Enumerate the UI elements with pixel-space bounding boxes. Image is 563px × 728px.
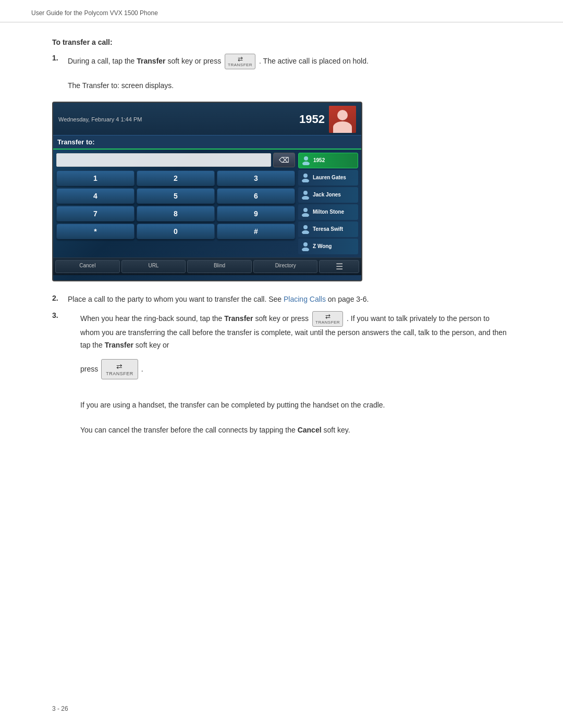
keypad-grid: 1 2 3 4 5 6 7 8 9 * 0 # [56, 170, 295, 239]
transfer-key-inline-1: ⇄ TRANSFER [225, 54, 255, 69]
page-header: User Guide for the Polycom VVX 1500 Phon… [0, 0, 563, 22]
input-row: ⌫ [56, 153, 295, 167]
header-title: User Guide for the Polycom VVX 1500 Phon… [31, 9, 158, 17]
step2-link-suffix: on page 3-6. [326, 295, 369, 303]
key-3[interactable]: 3 [217, 170, 295, 186]
softkey-menu-icon[interactable]: ☰ [319, 260, 359, 273]
svg-point-10 [303, 242, 308, 246]
softkey-cancel[interactable]: Cancel [55, 260, 120, 273]
step2-text: Place a call to the party to whom you wa… [68, 295, 282, 303]
key-0[interactable]: 0 [137, 224, 215, 239]
contact-icon-lauren [300, 172, 311, 183]
backspace-icon: ⌫ [279, 156, 289, 164]
step3-para3-container: You can cancel the transfer before the c… [80, 424, 511, 437]
contact-icon-teresa [300, 224, 311, 235]
main-content: To transfer a call: 1. During a call, ta… [0, 22, 563, 460]
svg-point-5 [302, 196, 309, 200]
contact-z-wong[interactable]: Z Wong [298, 239, 358, 254]
key-9[interactable]: 9 [217, 206, 295, 221]
key-1[interactable]: 1 [56, 170, 134, 186]
person-icon-lauren [301, 173, 310, 182]
softkey-blind[interactable]: Blind [187, 260, 252, 273]
contact-name-teresa: Teresa Swift [313, 226, 343, 232]
contact-jack-jones[interactable]: Jack Jones [298, 187, 358, 203]
softkey-directory[interactable]: Directory [253, 260, 318, 273]
step3-press-line: press ⇄ TRANSFER . [80, 355, 511, 384]
step3-para3-end: soft key. [322, 426, 350, 434]
transfer-bar: Transfer to: [53, 135, 361, 150]
key-star[interactable]: * [56, 224, 134, 239]
page-footer: 3 - 26 [52, 705, 68, 712]
step3-period: . [141, 363, 143, 376]
person-icon-teresa [301, 225, 310, 234]
step-2: 2. Place a call to the party to whom you… [52, 294, 511, 305]
placing-calls-link[interactable]: Placing Calls [284, 295, 326, 303]
step3-bold1: Transfer [224, 314, 253, 323]
softkey-url[interactable]: URL [121, 260, 186, 273]
svg-point-11 [302, 248, 309, 251]
step-3: 3. When you hear the ring-back sound, ta… [52, 311, 511, 437]
key-7[interactable]: 7 [56, 206, 134, 221]
avatar-silhouette [329, 106, 356, 133]
step1-subtext: The Transfer to: screen displays. [68, 81, 174, 90]
svg-point-8 [303, 225, 308, 229]
key-4[interactable]: 4 [56, 188, 134, 204]
contact-icon-milton [300, 207, 311, 217]
transfer-key-block: ⇄ TRANSFER [101, 359, 138, 380]
svg-point-0 [304, 156, 308, 161]
contact-name-zwong: Z Wong [313, 243, 332, 249]
section-title: To transfer a call: [52, 38, 511, 46]
softkey-bar: Cancel URL Blind Directory ☰ [53, 257, 361, 275]
status-datetime: Wednesday, February 4 1:44 PM [58, 116, 142, 122]
backspace-button[interactable]: ⌫ [273, 153, 295, 167]
step-3-text: When you hear the ring-back sound, tap t… [80, 311, 511, 437]
step-1-number: 1. [52, 54, 65, 62]
menu-lines-icon: ☰ [336, 262, 343, 272]
svg-point-4 [303, 191, 308, 195]
page-number: 3 - 26 [52, 705, 68, 712]
key-2[interactable]: 2 [137, 170, 215, 186]
step3-text-end: soft key or [133, 341, 169, 349]
number-input[interactable] [56, 153, 271, 167]
transfer-arrow-1: ⇄ [238, 55, 243, 63]
step3-para2: If you are using a handset, the transfer… [80, 399, 511, 412]
contact-icon-zwong [300, 241, 311, 252]
key-8[interactable]: 8 [137, 206, 215, 221]
step-2-text: Place a call to the party to whom you wa… [68, 294, 511, 305]
contact-lauren-gates[interactable]: Lauren Gates [298, 170, 358, 186]
contact-teresa-swift[interactable]: Teresa Swift [298, 221, 358, 237]
contact-milton-stone[interactable]: Milton Stone [298, 204, 358, 220]
contact-name-1952: 1952 [313, 157, 325, 163]
step-1-text: During a call, tap the Transfer soft key… [68, 54, 511, 91]
person-icon-milton [301, 207, 310, 217]
status-bar: Wednesday, February 4 1:44 PM 1952 [53, 103, 361, 135]
step3-text-before: When you hear the ring-back sound, tap t… [80, 314, 224, 323]
status-number-area: 1952 [299, 106, 356, 133]
contact-name-lauren: Lauren Gates [313, 175, 346, 180]
svg-point-9 [302, 230, 309, 234]
contact-name-milton: Milton Stone [313, 209, 344, 215]
svg-point-3 [302, 179, 309, 182]
contact-icon-jack [300, 190, 311, 200]
contact-name-jack: Jack Jones [313, 192, 341, 198]
step1-text-after: . The active call is placed on hold. [259, 57, 369, 65]
step3-bold3: Cancel [298, 426, 322, 434]
contact-icon-1952 [301, 155, 311, 166]
step-2-number: 2. [52, 294, 65, 302]
person-icon-zwong [301, 242, 310, 251]
transfer-arrow-3: ⇄ [116, 362, 123, 371]
step1-text-before: During a call, tap the [68, 57, 137, 65]
key-6[interactable]: 6 [217, 188, 295, 204]
key-hash[interactable]: # [217, 224, 295, 239]
contacts-sidebar: 1952 Lauren Gates [298, 153, 358, 254]
contact-1952[interactable]: 1952 [298, 153, 358, 168]
keypad-area: ⌫ 1 2 3 4 5 6 7 8 9 * 0 # [56, 153, 295, 254]
step3-press-label: press [80, 363, 98, 376]
svg-point-1 [302, 162, 310, 165]
transfer-arrow-2: ⇄ [325, 313, 331, 320]
step3-bold2: Transfer [105, 341, 133, 349]
key-5[interactable]: 5 [137, 188, 215, 204]
person-icon-1952 [301, 156, 311, 165]
svg-point-2 [303, 174, 308, 178]
step1-bold: Transfer [137, 57, 165, 65]
